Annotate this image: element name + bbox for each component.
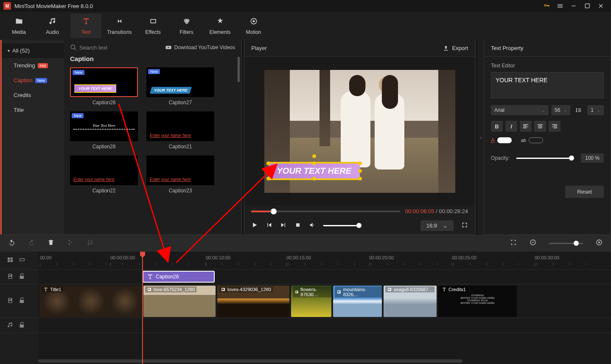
volume-icon[interactable] bbox=[309, 222, 316, 230]
key-icon[interactable] bbox=[540, 0, 553, 12]
tab-filters[interactable]: Filters bbox=[171, 14, 202, 38]
rotate-handle[interactable] bbox=[312, 154, 316, 158]
aspect-ratio-select[interactable]: 16:9 ⌄ bbox=[420, 220, 454, 231]
tab-motion[interactable]: Motion bbox=[238, 14, 269, 38]
video-clip[interactable]: loves-4329036_1280 bbox=[217, 286, 289, 317]
video-clip[interactable]: flowers-87630… bbox=[291, 286, 331, 317]
video-clip[interactable]: Credits1 STARRING[ENTER YOUR NAME HERE]S… bbox=[438, 286, 517, 317]
volume-slider[interactable] bbox=[323, 225, 362, 226]
opacity-slider[interactable] bbox=[516, 158, 574, 159]
video-clip[interactable]: mountains-8326… bbox=[333, 286, 382, 317]
split-button[interactable] bbox=[67, 239, 74, 247]
timeline-ruler[interactable]: 00:0000:00:05:0000:00:10:0000:00:15:0000… bbox=[38, 252, 611, 270]
timeline-collapse-icon[interactable] bbox=[19, 256, 25, 264]
align-center-button[interactable] bbox=[534, 121, 546, 132]
music-icon bbox=[48, 17, 57, 28]
font-size-select[interactable]: 56⌄ bbox=[551, 105, 570, 115]
sidebar-all[interactable]: ▾ All (52) bbox=[2, 43, 64, 58]
italic-button[interactable]: I bbox=[505, 121, 517, 132]
tab-transitions[interactable]: Transitions bbox=[104, 14, 135, 38]
music-icon[interactable] bbox=[7, 322, 14, 330]
video-preview[interactable]: YOUR TEXT HERE bbox=[244, 57, 475, 206]
tab-audio[interactable]: Audio bbox=[37, 14, 68, 38]
close-icon[interactable] bbox=[594, 0, 608, 12]
fit-icon[interactable] bbox=[510, 239, 517, 247]
video-clip[interactable]: love-6575234_1280 bbox=[143, 286, 216, 317]
tab-media[interactable]: Media bbox=[3, 14, 34, 38]
timeline-playhead[interactable] bbox=[142, 252, 143, 364]
lock-icon[interactable] bbox=[19, 297, 25, 305]
timeline-scrollbar[interactable] bbox=[38, 359, 462, 363]
resize-handle[interactable] bbox=[358, 161, 362, 165]
lock-icon[interactable] bbox=[19, 322, 25, 330]
reset-button[interactable]: Reset bbox=[565, 186, 604, 198]
text-overlay[interactable]: YOUR TEXT HERE bbox=[269, 162, 360, 180]
maximize-icon[interactable] bbox=[580, 0, 594, 12]
props-toggle[interactable]: › bbox=[478, 40, 484, 235]
line-spacing-select[interactable]: 1⌄ bbox=[587, 105, 604, 115]
sidebar-item-credits[interactable]: Credits bbox=[2, 88, 64, 103]
video-clip[interactable]: seagull-8320687… bbox=[384, 286, 437, 317]
stop-button[interactable] bbox=[294, 222, 301, 230]
undo-button[interactable] bbox=[8, 239, 15, 247]
zoom-in-button[interactable] bbox=[596, 239, 603, 247]
resize-handle[interactable] bbox=[266, 169, 270, 173]
minimize-icon[interactable] bbox=[567, 0, 580, 12]
search-icon bbox=[70, 44, 77, 51]
font-select[interactable]: Arial⌄ bbox=[491, 105, 549, 115]
save-icon[interactable] bbox=[7, 297, 14, 305]
next-button[interactable] bbox=[280, 222, 287, 230]
highlight-color-swatch[interactable] bbox=[529, 137, 543, 143]
sidebar-item-caption[interactable]: Caption New bbox=[2, 73, 64, 88]
video-scrubber[interactable] bbox=[251, 211, 400, 212]
track-head-text bbox=[0, 270, 38, 284]
caption-thumb[interactable]: Enter your name here Caption21 bbox=[146, 111, 214, 150]
redo-button[interactable] bbox=[28, 239, 35, 247]
resize-handle[interactable] bbox=[358, 177, 362, 181]
resize-handle[interactable] bbox=[266, 177, 270, 181]
text-input[interactable] bbox=[491, 72, 604, 98]
sidebar-item-title[interactable]: Title bbox=[2, 103, 64, 117]
search-text[interactable]: Search text bbox=[70, 44, 107, 51]
menu-icon[interactable] bbox=[553, 0, 567, 12]
gallery-scrollbar[interactable] bbox=[238, 57, 240, 82]
delete-button[interactable] bbox=[48, 239, 54, 247]
align-left-button[interactable] bbox=[520, 121, 532, 132]
lock-icon[interactable] bbox=[19, 273, 25, 281]
download-youtube-link[interactable]: Download YouTube Videos bbox=[165, 44, 235, 51]
chevron-down-icon: ▾ bbox=[8, 48, 10, 53]
text-clip[interactable]: Caption26 bbox=[143, 271, 215, 283]
fullscreen-button[interactable] bbox=[461, 222, 468, 230]
zoom-slider[interactable] bbox=[549, 243, 583, 244]
bold-button[interactable]: B bbox=[491, 121, 503, 132]
zoom-out-button[interactable] bbox=[530, 239, 536, 247]
caption-thumb[interactable]: Enter your name here Caption23 bbox=[146, 156, 214, 194]
line-spacing-icon[interactable] bbox=[573, 105, 585, 116]
video-track[interactable]: Title1 love-6575234_1280 loves-4329036_1… bbox=[38, 284, 611, 318]
save-icon[interactable] bbox=[7, 273, 14, 281]
resize-handle[interactable] bbox=[358, 169, 362, 173]
tab-elements[interactable]: Elements bbox=[205, 14, 235, 38]
caption-thumb[interactable]: NewYOUR TEXT HERE Caption26 bbox=[70, 67, 138, 106]
caption-thumb[interactable]: NewYOUR TEXT HERE Caption27 bbox=[146, 67, 214, 106]
export-button[interactable]: Export bbox=[443, 45, 468, 52]
tab-effects[interactable]: Effects bbox=[137, 14, 168, 38]
resize-handle[interactable] bbox=[312, 177, 316, 181]
timeline-layers-icon[interactable] bbox=[7, 256, 14, 264]
text-track[interactable]: Caption26 bbox=[38, 270, 611, 284]
resize-handle[interactable] bbox=[266, 161, 270, 165]
text-color-swatch[interactable] bbox=[497, 137, 512, 143]
prev-button[interactable] bbox=[266, 222, 272, 230]
video-clip[interactable]: Title1 bbox=[40, 286, 142, 317]
gallery-heading: Caption bbox=[70, 55, 235, 62]
chevron-down-icon: ⌄ bbox=[563, 108, 567, 112]
play-button[interactable] bbox=[251, 222, 258, 230]
sidebar-item-trending[interactable]: Trending Hot bbox=[2, 58, 64, 73]
crop-button[interactable] bbox=[87, 239, 93, 247]
caption-thumb[interactable]: Enter your name here Caption22 bbox=[70, 156, 138, 194]
caption-thumb[interactable]: NewYour Text Here Caption28 bbox=[70, 111, 138, 150]
audio-track[interactable] bbox=[38, 318, 611, 333]
align-right-button[interactable] bbox=[549, 121, 561, 132]
tab-text[interactable]: Text bbox=[70, 14, 101, 38]
resize-handle[interactable] bbox=[312, 161, 316, 165]
